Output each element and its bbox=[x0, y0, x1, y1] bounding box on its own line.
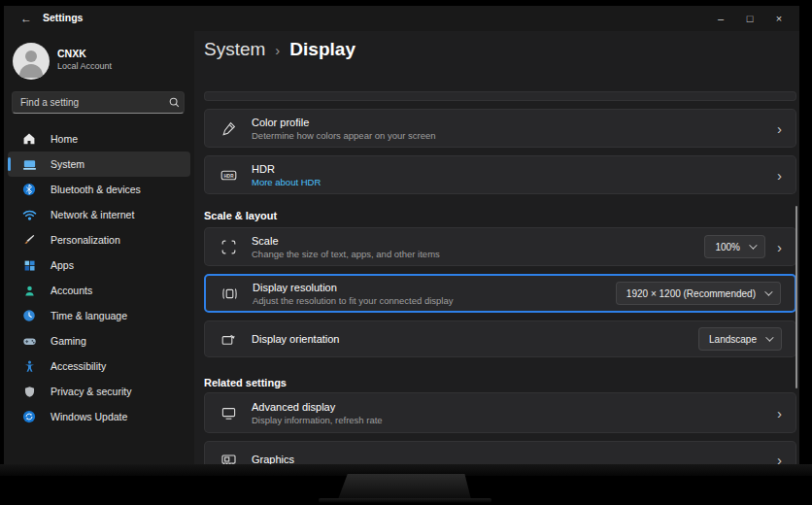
apps-icon bbox=[21, 257, 37, 273]
sidebar-item-accounts[interactable]: Accounts bbox=[8, 278, 190, 303]
chevron-right-icon: › bbox=[777, 240, 782, 254]
bluetooth-icon bbox=[21, 182, 37, 197]
selected-indicator bbox=[8, 157, 11, 171]
setting-row-clipped-top[interactable] bbox=[204, 91, 796, 101]
accessibility-icon bbox=[21, 358, 37, 374]
sidebar: CNXK Local Account Home Sys bbox=[4, 31, 194, 464]
setting-row-color-profile[interactable]: Color profile Determine how colors appea… bbox=[204, 109, 796, 148]
breadcrumb-separator: › bbox=[275, 42, 280, 58]
chevron-right-icon: › bbox=[777, 453, 782, 465]
maximize-button[interactable]: □ bbox=[735, 6, 764, 31]
chevron-right-icon: › bbox=[777, 406, 782, 421]
sidebar-item-home[interactable]: Home bbox=[8, 126, 190, 152]
setting-title: HDR bbox=[252, 163, 765, 175]
setting-row-display-resolution[interactable]: Display resolution Adjust the resolution… bbox=[204, 274, 796, 313]
search-box[interactable] bbox=[12, 91, 185, 114]
svg-text:HDR: HDR bbox=[224, 173, 235, 178]
windows-update-icon bbox=[21, 409, 37, 424]
accounts-icon bbox=[21, 283, 37, 298]
setting-title: Advanced display bbox=[252, 401, 765, 413]
sidebar-item-time-language[interactable]: Time & language bbox=[8, 303, 190, 328]
chevron-down-icon bbox=[765, 333, 773, 341]
breadcrumb-system[interactable]: System bbox=[204, 39, 265, 60]
sidebar-item-system[interactable]: System bbox=[8, 152, 190, 177]
monitor-stand bbox=[325, 474, 484, 499]
scrollbar-thumb[interactable] bbox=[795, 206, 797, 388]
orientation-icon bbox=[220, 331, 237, 348]
sidebar-nav: Home System Bluetooth & devices N bbox=[8, 126, 190, 429]
window-controls: – □ × bbox=[706, 6, 794, 31]
sidebar-item-windows-update[interactable]: Windows Update bbox=[8, 404, 190, 429]
setting-row-hdr[interactable]: HDR HDR More about HDR › bbox=[204, 155, 796, 194]
close-button[interactable]: × bbox=[764, 6, 794, 31]
setting-title: Display orientation bbox=[252, 333, 698, 345]
search-icon bbox=[164, 97, 184, 108]
resolution-dropdown[interactable]: 1920 × 1200 (Recommended) bbox=[616, 282, 781, 305]
scale-dropdown[interactable]: 100% bbox=[704, 235, 765, 258]
more-about-hdr-link[interactable]: More about HDR bbox=[252, 177, 765, 187]
user-name: CNXK bbox=[57, 48, 86, 59]
setting-subtitle: Adjust the resolution to fit your connec… bbox=[253, 295, 616, 306]
setting-subtitle: Display information, refresh rate bbox=[252, 415, 765, 425]
back-button[interactable]: ← bbox=[16, 10, 37, 27]
orientation-value: Landscape bbox=[709, 334, 757, 345]
hdr-icon: HDR bbox=[220, 167, 237, 184]
chevron-right-icon: › bbox=[777, 168, 782, 183]
sidebar-item-accessibility[interactable]: Accessibility bbox=[8, 354, 190, 379]
minimize-button[interactable]: – bbox=[706, 6, 735, 31]
section-header-related-settings: Related settings bbox=[204, 377, 796, 388]
home-icon bbox=[21, 131, 37, 147]
scale-icon bbox=[220, 239, 237, 255]
sidebar-item-privacy-security[interactable]: Privacy & security bbox=[8, 379, 190, 404]
monitor-icon bbox=[220, 405, 237, 421]
sidebar-item-gaming[interactable]: Gaming bbox=[8, 328, 190, 354]
time-language-icon bbox=[21, 308, 37, 323]
system-icon bbox=[21, 156, 37, 172]
setting-title: Color profile bbox=[252, 117, 765, 128]
setting-title: Display resolution bbox=[253, 282, 616, 293]
page-title: Display bbox=[289, 39, 355, 60]
monitor-photo: ← Settings – □ × CNXK Local Account bbox=[0, 0, 812, 505]
breadcrumb: System › Display bbox=[204, 39, 355, 60]
scale-value: 100% bbox=[715, 242, 740, 252]
chevron-down-icon bbox=[749, 241, 757, 249]
setting-title: Scale bbox=[252, 235, 704, 247]
app-title: Settings bbox=[43, 12, 83, 23]
setting-row-display-orientation[interactable]: Display orientation Landscape bbox=[204, 320, 796, 357]
personalization-icon bbox=[21, 232, 37, 248]
search-input[interactable] bbox=[13, 97, 164, 108]
eyedropper-icon bbox=[220, 120, 237, 137]
sidebar-item-bluetooth-devices[interactable]: Bluetooth & devices bbox=[8, 177, 190, 202]
chevron-right-icon: › bbox=[777, 121, 782, 136]
orientation-dropdown[interactable]: Landscape bbox=[698, 327, 782, 351]
setting-row-advanced-display[interactable]: Advanced display Display information, re… bbox=[204, 392, 796, 433]
section-header-scale-layout: Scale & layout bbox=[204, 210, 796, 221]
network-icon bbox=[21, 207, 37, 222]
sidebar-item-network-internet[interactable]: Network & internet bbox=[8, 202, 190, 227]
setting-row-graphics[interactable]: Graphics › bbox=[204, 441, 796, 464]
gaming-icon bbox=[21, 333, 37, 349]
chevron-down-icon bbox=[764, 287, 772, 295]
setting-row-scale[interactable]: Scale Change the size of text, apps, and… bbox=[204, 227, 796, 266]
main-content: System › Display Color profile Determine… bbox=[200, 31, 799, 464]
titlebar: ← Settings – □ × bbox=[4, 6, 799, 31]
shield-icon bbox=[21, 384, 37, 399]
user-account-type: Local Account bbox=[57, 61, 112, 71]
gpu-icon bbox=[220, 452, 237, 465]
monitor-stand-base bbox=[319, 498, 491, 503]
setting-subtitle: Change the size of text, apps, and other… bbox=[252, 249, 704, 259]
resolution-value: 1920 × 1200 (Recommended) bbox=[626, 288, 756, 299]
sidebar-item-apps[interactable]: Apps bbox=[8, 252, 190, 278]
avatar bbox=[13, 43, 50, 80]
setting-subtitle: Determine how colors appear on your scre… bbox=[252, 130, 765, 141]
sidebar-item-personalization[interactable]: Personalization bbox=[8, 227, 190, 252]
resolution-icon bbox=[221, 286, 238, 302]
setting-title: Graphics bbox=[252, 454, 765, 464]
monitor-screen: ← Settings – □ × CNXK Local Account bbox=[4, 6, 799, 464]
